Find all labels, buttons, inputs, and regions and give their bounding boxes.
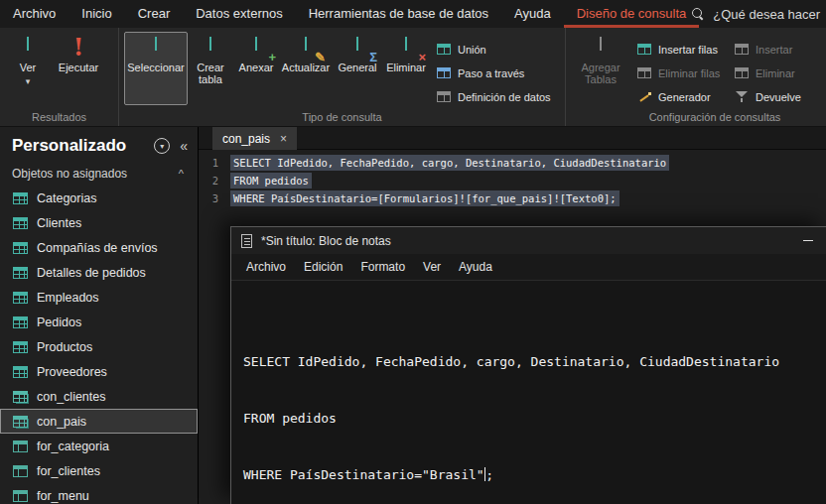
- notepad-line: SELECT IdPedido, FechaPedido, cargo, Des…: [243, 352, 826, 371]
- sql-line: 2 FROM pedidos: [199, 172, 826, 189]
- table-icon: [13, 366, 28, 378]
- search-icon: [692, 8, 704, 20]
- sidebar-item-con-clientes[interactable]: con_clientes: [0, 384, 198, 409]
- devuelve-button[interactable]: Devuelve: [728, 86, 826, 107]
- notepad-line: WHERE PaísDestinatario="Brasil";: [243, 465, 826, 484]
- sql-line: 1 SELECT IdPedido, FechaPedido, cargo, D…: [199, 154, 826, 172]
- minimize-button[interactable]: [790, 227, 826, 254]
- table-icon: [13, 316, 28, 328]
- seleccionar-button[interactable]: Seleccionar: [124, 32, 188, 105]
- sidebar-item-empleados[interactable]: Empleados: [0, 285, 198, 310]
- item-label: Categorias: [37, 191, 96, 205]
- generador-label: Generador: [658, 91, 711, 103]
- tell-me-search[interactable]: ¿Qué desea hacer: [682, 0, 826, 28]
- query-setup-col-1: Insertar filas Eliminar filas Generador: [630, 32, 728, 107]
- nav-menu-icon[interactable]: ▾: [154, 138, 170, 154]
- tab-datos-externos[interactable]: Datos externos: [183, 0, 295, 28]
- delete-columns-icon: [735, 67, 749, 78]
- notepad-window: *Sin título: Bloc de notas Archivo Edici…: [230, 226, 826, 504]
- item-label: Compañías de envíos: [37, 241, 158, 255]
- sql-text-selected: FROM pedidos: [230, 173, 312, 189]
- item-label: for_menu: [37, 489, 89, 503]
- tab-archivo[interactable]: Archivo: [0, 0, 69, 28]
- tab-inicio[interactable]: Inicio: [69, 0, 124, 28]
- crear-tabla-button[interactable]: Crear tabla: [188, 32, 233, 105]
- insertar-filas-label: Insertar filas: [658, 44, 718, 56]
- table-icon: [13, 292, 28, 304]
- notepad-menu-archivo[interactable]: Archivo: [237, 260, 295, 274]
- notepad-icon: [241, 234, 252, 248]
- query-icon: [13, 416, 28, 428]
- item-label: Productos: [37, 340, 92, 354]
- eliminar-filas-button[interactable]: Eliminar filas: [630, 63, 728, 83]
- definicion-label: Definición de datos: [458, 91, 551, 103]
- chevron-down-icon: ▾: [26, 77, 31, 85]
- notepad-menu-ver[interactable]: Ver: [414, 260, 450, 274]
- sidebar-item-clientes[interactable]: Clientes: [0, 210, 198, 235]
- sidebar-item-for-clientes[interactable]: for_clientes: [0, 458, 198, 483]
- tab-ayuda[interactable]: Ayuda: [501, 0, 564, 28]
- insertar-filas-button[interactable]: Insertar filas: [630, 39, 728, 60]
- general-button[interactable]: Σ General: [333, 32, 382, 105]
- union-icon: [437, 44, 451, 55]
- notepad-line-text: WHERE PaísDestinatario="Brasil": [243, 467, 484, 482]
- query-setup-col-2: Insertar Eliminar Devuelve: [728, 32, 826, 107]
- actualizar-button[interactable]: ✎ Actualizar: [279, 32, 333, 105]
- shutter-close-icon[interactable]: «: [180, 138, 188, 154]
- sidebar-item-pedidos[interactable]: Pedidos: [0, 310, 198, 334]
- eliminar-columnas-button[interactable]: Eliminar: [728, 63, 826, 83]
- eliminar-button[interactable]: × Eliminar: [382, 32, 430, 105]
- notepad-menu-ayuda[interactable]: Ayuda: [450, 260, 501, 274]
- sidebar-item-proveedores[interactable]: Proveedores: [0, 359, 198, 384]
- tab-diseno-de-consulta[interactable]: Diseño de consulta: [564, 0, 700, 28]
- line-number: 1: [199, 157, 230, 169]
- devuelve-label: Devuelve: [756, 91, 801, 103]
- seleccionar-label: Seleccionar: [127, 62, 184, 73]
- search-placeholder: ¿Qué desea hacer: [713, 7, 820, 22]
- paso-a-traves-button[interactable]: Paso a través: [430, 63, 558, 83]
- notepad-menu-bar: Archivo Edición Formato Ver Ayuda: [231, 254, 826, 281]
- sidebar-item-for-menu[interactable]: for_menu: [0, 483, 198, 504]
- sidebar-item-detalles-de-pedidos[interactable]: Detalles de pedidos: [0, 260, 198, 285]
- close-icon[interactable]: ×: [280, 133, 287, 145]
- tab-herramientas[interactable]: Herramientas de base de datos: [296, 0, 501, 28]
- update-icon: ✎: [293, 38, 319, 58]
- notepad-menu-edicion[interactable]: Edición: [295, 260, 351, 274]
- group-label-resultados: Resultados: [0, 111, 118, 123]
- line-number: 3: [199, 192, 230, 204]
- insertar-columnas-button[interactable]: Insertar: [728, 39, 826, 60]
- notepad-title-bar[interactable]: *Sin título: Bloc de notas: [231, 227, 826, 254]
- eliminar-filas-label: Eliminar filas: [658, 67, 720, 79]
- definicion-de-datos-button[interactable]: Definición de datos: [430, 86, 558, 107]
- sidebar-item-for-categoria[interactable]: for_categoria: [0, 434, 198, 458]
- item-label: Detalles de pedidos: [37, 266, 146, 280]
- nav-pane-title: Personalizado: [12, 136, 154, 156]
- union-label: Unión: [458, 44, 486, 56]
- return-funnel-icon: [735, 91, 749, 102]
- generador-button[interactable]: Generador: [630, 86, 728, 107]
- section-objetos-no-asignados[interactable]: Objetos no asignados ^: [0, 162, 198, 186]
- ribbon: Ver ▾ ! Ejecutar Resultados Seleccionar …: [0, 28, 826, 127]
- sidebar-item-categorias[interactable]: Categorias: [0, 186, 198, 210]
- group-tipo-de-consulta: Seleccionar Crear tabla + Anexar ✎ Actua…: [119, 28, 566, 126]
- notepad-title: *Sin título: Bloc de notas: [261, 234, 790, 248]
- union-button[interactable]: Unión: [430, 39, 558, 60]
- ver-label: Ver: [20, 62, 37, 73]
- item-label: Clientes: [37, 216, 81, 230]
- collapse-chevron-icon: ^: [179, 168, 184, 180]
- tab-crear[interactable]: Crear: [125, 0, 184, 28]
- notepad-menu-formato[interactable]: Formato: [351, 260, 414, 274]
- document-tab-con-pais[interactable]: con_pais ×: [212, 127, 297, 150]
- sidebar-item-productos[interactable]: Productos: [0, 334, 198, 359]
- crosstab-icon: Σ: [344, 38, 370, 58]
- agregar-tablas-button[interactable]: Agregar Tablas: [571, 32, 630, 105]
- sidebar-item-con-pais[interactable]: con_pais: [0, 409, 198, 434]
- sidebar-item-companias-de-envios[interactable]: Compañías de envíos: [0, 235, 198, 260]
- ver-button[interactable]: Ver ▾: [5, 32, 51, 105]
- navigation-pane: Personalizado ▾ « Objetos no asignados ^…: [0, 127, 199, 504]
- notepad-line-text: ;: [485, 467, 493, 482]
- make-table-icon: [198, 38, 223, 58]
- ejecutar-button[interactable]: ! Ejecutar: [51, 32, 106, 105]
- anexar-button[interactable]: + Anexar: [233, 32, 279, 105]
- notepad-text-area[interactable]: SELECT IdPedido, FechaPedido, cargo, Des…: [231, 281, 826, 504]
